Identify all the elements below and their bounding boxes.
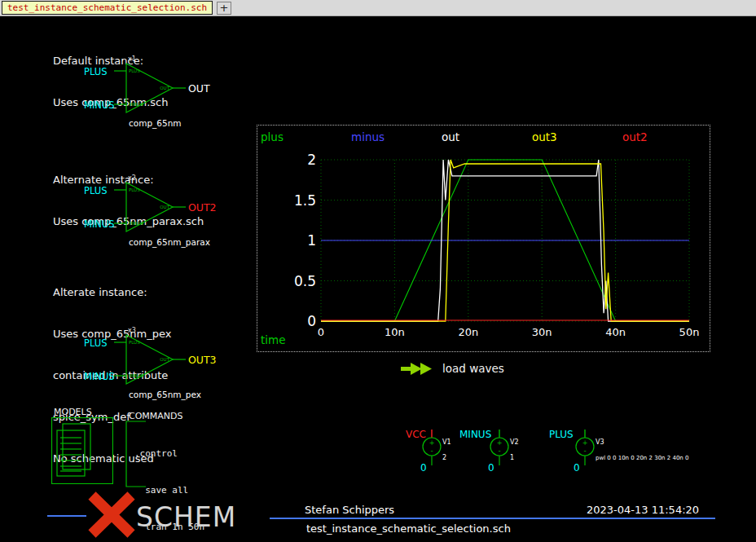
comparator-instance-x1[interactable]: PLUS MINUS OUT PLUS MINUS OUT x1 comp_65…	[81, 55, 253, 130]
net-label-minus[interactable]: MINUS	[84, 218, 115, 230]
legend-plus: plus	[261, 130, 351, 143]
vsource-value: 1	[510, 454, 514, 461]
x-tick-label: 20n	[448, 326, 489, 338]
vsource-value: 2	[442, 454, 446, 461]
svg-text:-: -	[498, 447, 500, 455]
commands-symbol[interactable]: .control save all tran 1n 50n write test…	[125, 420, 402, 489]
net-label-out2[interactable]: OUT2	[188, 201, 217, 214]
vsource-v2[interactable]: MINUS + - V2 1 0	[456, 428, 554, 491]
pin-label-out: OUT	[160, 205, 169, 209]
schematic-canvas[interactable]: Default instance: Uses comp_65nm.sch Alt…	[0, 16, 756, 542]
gnd-net-label[interactable]: 0	[420, 462, 427, 474]
svg-text:+: +	[497, 439, 503, 447]
x-tick-label: 40n	[596, 326, 636, 338]
x-tick-label: 50n	[669, 326, 710, 338]
instance-ref: x3	[128, 327, 136, 334]
net-label-plus[interactable]: PLUS	[84, 337, 108, 349]
pin-label-out: OUT	[160, 357, 169, 362]
models-label: MODELS	[54, 407, 92, 417]
pin-label-plus: PLUS	[129, 68, 140, 73]
instance-ref: x1	[128, 55, 136, 63]
net-label-minus[interactable]: MINUS	[84, 99, 115, 111]
titleblock-divider-line	[270, 518, 715, 519]
models-document-icon	[51, 417, 113, 484]
net-label-minus[interactable]: MINUS	[84, 371, 115, 382]
launcher-label: load waves	[442, 362, 504, 375]
comparator-instance-x3[interactable]: PLUS MINUS OUT PLUS MINUS OUT3 x3 comp_6…	[81, 327, 253, 402]
pin-label-minus: MINUS	[129, 373, 144, 378]
symbol-name: comp_65nm_pex	[129, 390, 201, 399]
gnd-net-label[interactable]: 0	[488, 462, 494, 474]
titleblock-line-left	[47, 515, 86, 517]
legend-out: out	[442, 130, 532, 143]
comparator-instance-x2[interactable]: PLUS MINUS OUT PLUS MINUS OUT2 x2 comp_6…	[81, 174, 253, 249]
legend-out3: out3	[532, 130, 622, 143]
y-tick-label: 1	[257, 232, 316, 249]
x-axis-title: time	[261, 333, 286, 346]
pin-label-minus: MINUS	[129, 221, 144, 226]
y-tick-label: 0.5	[257, 273, 316, 289]
x-tick-label: 0	[301, 326, 341, 338]
graph-legend: plusminusoutout3out2	[261, 129, 708, 143]
pin-label-out: OUT	[160, 86, 169, 90]
svg-text:-: -	[583, 447, 586, 455]
x-tick-label: 30n	[521, 326, 562, 338]
pin-label-plus: PLUS	[129, 340, 140, 345]
tab-active-schematic[interactable]: test_instance_schematic_selection.sch	[2, 1, 213, 15]
gnd-net-label[interactable]: 0	[574, 462, 580, 474]
vsource-ref: V2	[510, 438, 519, 446]
net-label-out3[interactable]: OUT3	[188, 354, 217, 366]
vsource-value: pwl 0 0 10n 0 20n 2 30n 2 40n 0	[596, 455, 688, 461]
pin-label-plus: PLUS	[129, 187, 140, 192]
vsource-ref: V1	[442, 438, 451, 446]
svg-text:+: +	[582, 439, 588, 447]
svg-text:-: -	[430, 447, 433, 455]
y-tick-label: 1.5	[257, 192, 316, 209]
net-label-out[interactable]: OUT	[188, 82, 210, 95]
waveform-plot	[321, 160, 689, 321]
tab-bar: test_instance_schematic_selection.sch +	[0, 0, 756, 16]
titleblock-author: Stefan Schippers	[305, 504, 394, 516]
instance-ref: x2	[128, 174, 136, 182]
xschem-brand-text: SCHEM	[136, 501, 236, 533]
legend-minus: minus	[351, 130, 442, 143]
vsource-ref: V3	[596, 438, 604, 446]
net-label-plus[interactable]: PLUS	[84, 185, 108, 196]
vsource-v3[interactable]: PLUS + - V3 pwl 0 0 10n 0 20n 2 30n 2 40…	[546, 428, 749, 491]
legend-out2: out2	[622, 130, 713, 143]
launcher-arrow-icon	[401, 361, 435, 376]
xschem-logo-icon	[86, 491, 137, 538]
vsource-symbol: + -	[456, 428, 554, 491]
svg-text:+: +	[429, 439, 435, 447]
net-label-plus[interactable]: PLUS	[84, 66, 108, 77]
titleblock-datetime: 2023-04-13 11:54:20	[587, 504, 699, 516]
new-tab-button[interactable]: +	[217, 2, 231, 15]
symbol-name: comp_65nm_parax	[129, 237, 210, 247]
load-waves-launcher[interactable]: load waves	[401, 361, 504, 376]
x-tick-label: 10n	[374, 326, 415, 338]
waveform-graph[interactable]: plusminusoutout3out2 00.511.52 010n20n30…	[257, 125, 710, 352]
y-tick-label: 2	[257, 152, 316, 168]
titleblock-filename: test_instance_schematic_selection.sch	[306, 522, 511, 535]
pin-label-minus: MINUS	[129, 102, 144, 107]
symbol-name: comp_65nm	[129, 118, 182, 128]
models-symbol[interactable]	[51, 417, 113, 487]
